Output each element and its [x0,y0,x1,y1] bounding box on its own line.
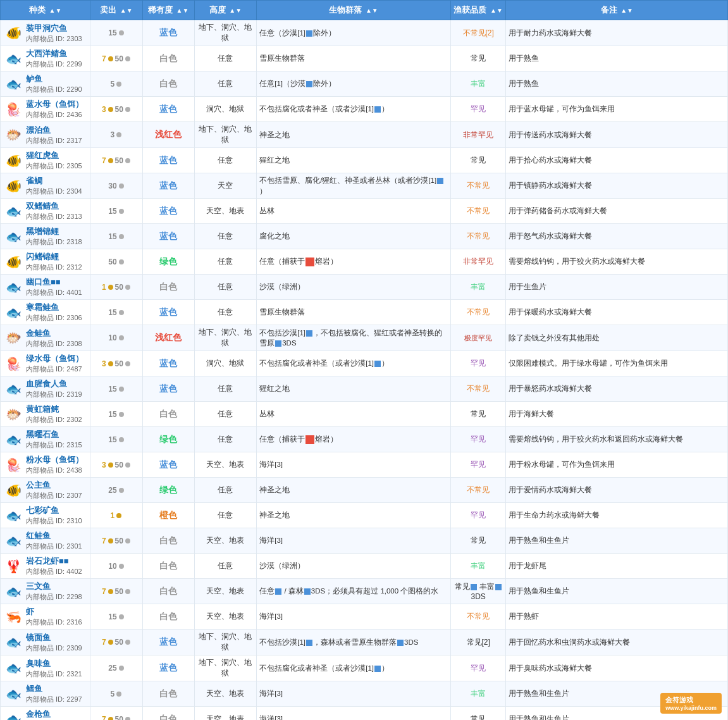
silver-coin-icon [125,717,130,721]
silver-coin-icon [125,158,130,163]
note-text: 用于熟鱼 [509,54,539,62]
height-text: 任意 [218,156,233,164]
header-type[interactable]: 种类 ▲▼ [1,1,90,20]
biome-text: 不包括腐化或者神圣（或者沙漠[1]） [259,359,389,367]
fish-icon: 🦞 [3,556,23,576]
cell-sell: 25 [90,655,142,681]
silver-coin-icon [119,30,124,35]
header-height[interactable]: 高度 ▲▼ [194,1,257,20]
biome-text: 不包括腐化或者神圣（或者沙漠[1]） [259,105,389,113]
header-biome[interactable]: 生物群落 ▲▼ [257,1,451,20]
cell-rarity: 浅红色 [142,122,194,148]
rarity-label: 蓝色 [159,459,177,469]
biome-text: 神圣之地 [259,486,290,493]
rarity-label: 蓝色 [159,180,177,190]
gold-coin-icon [108,107,113,112]
cell-rarity: 蓝色 [142,351,194,376]
header-sell[interactable]: 卖出 ▲▼ [90,1,142,20]
cell-quality: 丰富 [450,681,506,707]
fish-name: 公主鱼 [26,480,82,491]
cell-type: 🪼 绿水母（鱼饵） 内部物品 ID: 2487 [1,351,90,376]
cell-sell: 15 [90,199,142,224]
silver-coin-icon [125,107,130,112]
fish-icon: 🐟 [3,227,23,247]
gold-coin-icon [108,640,113,645]
watermark-line2: www.yikajinfu.com [665,705,717,711]
biome-text: 猩红之地 [259,156,290,164]
gold-coin-icon [108,361,113,366]
note-text: 用于爱情药水或海鲜大餐 [509,486,592,493]
biome-text: 沙漠（绿洲） [259,283,305,290]
header-rarity[interactable]: 稀有度 ▲▼ [142,1,194,20]
cell-sell: 15 [90,376,142,402]
silver-amount: 50 [115,715,123,721]
height-text: 洞穴、地狱 [206,359,244,368]
header-rarity-label: 稀有度 [148,5,173,15]
gold-coin-icon [108,285,113,290]
rarity-label: 白色 [159,53,177,63]
watermark-line1: 金符游戏 [665,695,717,705]
cell-type: 🐟 金枪鱼 内部物品 ID: 2300 [1,707,90,721]
silver-amount: 15 [108,612,116,621]
cell-note: 用于暴怒药水或海鲜大餐 [506,376,728,402]
fish-id: 内部物品 ID: 2317 [26,136,82,146]
rarity-label: 蓝色 [159,636,177,647]
cell-rarity: 白色 [142,681,194,707]
cell-sell: 15 [90,20,142,46]
cell-height: 任意 [194,275,257,300]
silver-coin-icon [119,209,124,214]
sort-arrow-sell: ▲▼ [120,7,133,14]
gold-amount: 3 [102,461,106,469]
silver-amount: 50 [115,105,123,114]
silver-amount: 50 [115,587,123,596]
rarity-label: 白色 [159,561,177,571]
fish-icon: 🐟 [3,506,23,526]
cell-sell: 10 [90,554,142,579]
silver-amount: 50 [115,54,123,63]
silver-amount: 25 [108,486,116,495]
note-text: 用于回忆药水和虫洞药水或海鲜大餐 [509,638,630,646]
height-text: 天空、地表 [206,206,244,215]
gold-coin-icon [108,589,113,594]
height-text: 任意 [218,232,233,240]
cell-rarity: 蓝色 [142,97,194,122]
height-text: 地下、洞穴、地狱 [199,125,252,144]
cell-note: 用于蓝水母罐，可作为鱼饵来用 [506,97,728,122]
cell-quality: 不常见 [450,300,506,325]
note-text: 用于熟鱼和生鱼片 [509,690,569,697]
cell-note: 用于海鲜大餐 [506,402,728,427]
note-text: 仅限困难模式。用于绿水母罐，可作为鱼饵来用 [509,359,668,367]
silver-amount: 15 [108,207,116,216]
biome-text: 猩红之地 [259,385,290,392]
biome-text: 不包括腐化或者神圣（或者沙漠[1]） [259,664,389,672]
table-row: 🐟 鳕鱼 内部物品 ID: 2297 5白色天空、地表海洋[3]丰富用于熟鱼和生… [1,681,728,707]
note-text: 用于拾心药水或海鲜大餐 [509,156,592,164]
rarity-label: 绿色 [159,485,177,495]
quality-label: 罕见 [471,435,486,444]
fish-name: 粉水母（鱼饵） [26,454,83,466]
quality-label: 罕见 [471,511,486,519]
cell-note: 用于熟鱼和生鱼片 [506,579,728,604]
silver-coin-icon [119,387,124,392]
biome-text: 丛林 [259,410,275,418]
rarity-label: 白色 [159,78,177,89]
note-text: 用于怒气药水或海鲜大餐 [509,232,592,240]
cell-sell: 10 [90,325,142,351]
silver-coin-icon [119,437,124,442]
cell-note: 需要熔线钓钩，用于狡火药水和返回药水或海鲜大餐 [506,427,728,452]
note-text: 需要熔线钓钩，用于狡火药水和返回药水或海鲜大餐 [509,435,683,443]
platform-icon [275,340,281,347]
platform-icon [374,361,381,367]
gold-amount: 3 [102,359,106,368]
cell-quality: 常见 [450,148,506,173]
silver-coin-icon [125,589,130,594]
fish-id: 内部物品 ID: 2298 [26,592,82,602]
height-text: 任意 [218,282,233,291]
cell-sell: 30 [90,173,142,199]
table-row: 🐟 七彩矿鱼 内部物品 ID: 2310 1橙色任意神圣之地罕见用于生命力药水或… [1,503,728,528]
platform-icon [275,588,281,595]
header-quality[interactable]: 渔获品质 ▲▼ [450,1,506,20]
quality-label: 罕见 [471,359,486,368]
silver-coin-icon [119,666,124,671]
header-note[interactable]: 备注 ▲▼ [506,1,728,20]
